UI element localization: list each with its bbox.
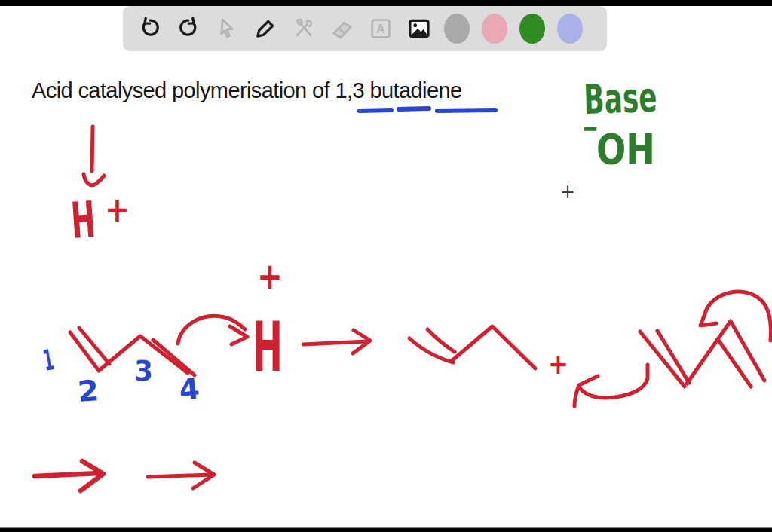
bottom-arrow-2	[148, 463, 214, 488]
base-label: Base	[583, 74, 657, 124]
carbon-number-4: 4	[177, 371, 201, 407]
butadiene-chain	[70, 332, 188, 373]
curly-arrow-to-proton	[178, 316, 247, 344]
page-title: Acid catalysed polymerisation of 1,3 but…	[32, 78, 461, 103]
carbon-number-1: 1	[41, 343, 56, 378]
double-bond-1-2	[79, 328, 109, 364]
proton-h-label: H	[253, 307, 283, 387]
product-double-bond-b	[427, 329, 455, 352]
proton-charge-label: +	[257, 255, 283, 298]
whiteboard-canvas[interactable]: Acid catalysed polymerisation of 1,3 but…	[0, 6, 772, 527]
catalyst-h-label: H	[69, 191, 97, 250]
plus-mark: +	[560, 179, 575, 203]
monomer2-double-bond-b	[657, 331, 689, 383]
double-bond-3-4	[153, 340, 195, 375]
bottom-arrow-1	[35, 461, 103, 491]
hook-arrow-shaft	[579, 365, 648, 398]
product-double-bond-a	[409, 338, 453, 362]
loop-arrow-head	[700, 312, 716, 326]
hydroxide-minus-label: −	[582, 111, 599, 145]
product-chain	[452, 326, 535, 368]
whiteboard-app: A Acid catalysed polymerisation of 1,3 b…	[0, 0, 772, 532]
reaction-arrow	[303, 330, 370, 353]
hook-arrow-head	[574, 376, 598, 406]
title-underlines	[360, 109, 495, 111]
hydroxide-oh-label: OH	[596, 124, 655, 173]
carbon-number-2: 2	[77, 374, 100, 408]
carbon-number-3: 3	[134, 354, 153, 387]
loop-arrow-arc	[706, 292, 770, 341]
monomer2-double-bond-a	[640, 332, 685, 387]
letterbox-top	[0, 0, 772, 6]
monomer2-parallel-bond	[718, 339, 751, 387]
letterbox-bottom	[0, 528, 772, 532]
catalyst-charge-label: +	[105, 189, 130, 230]
down-arrow	[84, 127, 104, 185]
monomer2-chain	[687, 321, 764, 384]
product-plus-label: +	[548, 347, 568, 381]
